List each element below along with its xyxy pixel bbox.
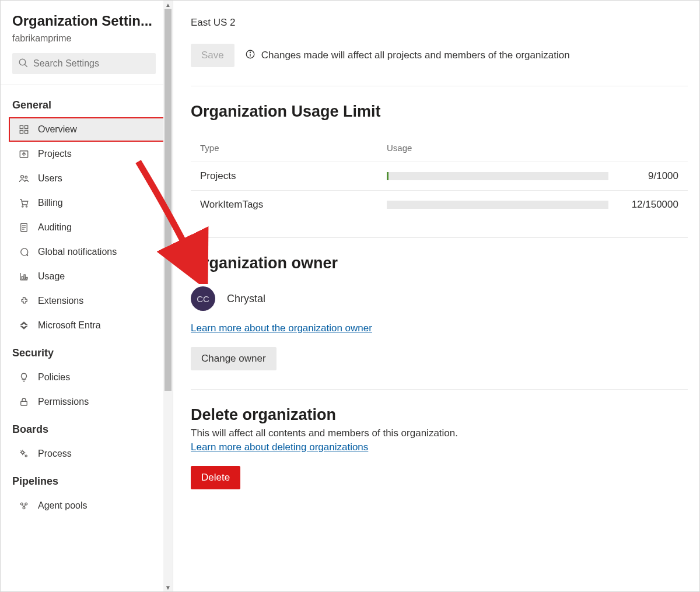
section-label-security: Security <box>12 338 161 365</box>
svg-point-22 <box>22 451 24 454</box>
sidebar-item-label: Auditing <box>38 222 72 233</box>
svg-point-10 <box>22 206 23 207</box>
svg-point-11 <box>26 206 27 207</box>
search-icon <box>18 58 29 70</box>
svg-line-27 <box>23 505 24 507</box>
search-input[interactable] <box>33 58 150 69</box>
divider <box>191 237 688 238</box>
svg-rect-21 <box>21 401 27 405</box>
section-label-boards: Boards <box>12 414 161 442</box>
svg-point-0 <box>19 59 26 65</box>
svg-rect-4 <box>20 131 23 134</box>
delete-org-description: This will affect all contents and member… <box>191 428 688 439</box>
sidebar-item-global-notifications[interactable]: Global notifications <box>9 240 173 264</box>
region-value: East US 2 <box>191 1 688 29</box>
usage-row-workitemtags: WorkItemTags 12/150000 <box>191 190 688 219</box>
svg-point-24 <box>20 503 23 505</box>
sidebar-title: Organization Settin... <box>12 12 157 30</box>
divider <box>191 389 688 390</box>
owner-avatar: CC <box>191 286 215 311</box>
sidebar-item-agent-pools[interactable]: Agent pools <box>9 493 173 518</box>
sidebar-item-label: Permissions <box>38 397 89 407</box>
delete-org-learn-more-link[interactable]: Learn more about deleting organizations <box>191 442 368 453</box>
col-type: Type <box>200 143 387 153</box>
svg-rect-5 <box>25 131 28 134</box>
entra-icon <box>18 320 30 331</box>
info-icon <box>245 49 256 62</box>
grid-icon <box>18 124 30 135</box>
sidebar-scrollbar[interactable]: ▲ ▼ <box>163 1 173 591</box>
chart-icon <box>18 271 30 282</box>
usage-bar <box>387 172 608 180</box>
search-settings-box[interactable] <box>12 53 156 74</box>
usage-limit-heading: Organization Usage Limit <box>191 103 688 121</box>
svg-line-1 <box>24 64 27 67</box>
scroll-down-icon[interactable]: ▼ <box>163 583 173 591</box>
gears-icon <box>18 448 30 460</box>
svg-rect-3 <box>25 125 28 128</box>
sidebar-item-label: Billing <box>38 198 63 208</box>
usage-type: Projects <box>200 170 387 182</box>
sidebar-item-label: Extensions <box>38 296 83 306</box>
sidebar-item-extensions[interactable]: Extensions <box>9 289 173 313</box>
usage-limit-table: Type Usage Projects 9/1000 WorkItemTags … <box>191 135 688 219</box>
usage-type: WorkItemTags <box>200 199 387 211</box>
save-note-text: Changes made will affect all projects an… <box>261 50 570 61</box>
svg-point-31 <box>250 52 250 52</box>
owner-learn-more-link[interactable]: Learn more about the organization owner <box>191 323 372 334</box>
sidebar-item-label: Users <box>38 173 62 184</box>
sidebar-item-projects[interactable]: Projects <box>9 142 173 166</box>
sidebar-item-billing[interactable]: Billing <box>9 191 173 215</box>
main-content: East US 2 Save Changes made will affect … <box>173 1 699 591</box>
usage-row-projects: Projects 9/1000 <box>191 162 688 190</box>
usage-bar <box>387 201 608 209</box>
owner-name: Chrystal <box>227 293 265 305</box>
sidebar-item-auditing[interactable]: Auditing <box>9 215 173 240</box>
sidebar-item-policies[interactable]: Policies <box>9 365 173 390</box>
sidebar-item-label: Policies <box>38 372 70 383</box>
sidebar-item-label: Microsoft Entra <box>38 320 101 331</box>
usage-value: 9/1000 <box>608 170 678 182</box>
cart-icon <box>18 197 30 209</box>
save-note: Changes made will affect all projects an… <box>245 49 570 62</box>
section-label-general: General <box>12 90 161 117</box>
lock-icon <box>18 396 30 408</box>
sidebar-item-label: Overview <box>38 124 77 135</box>
owner-row: CC Chrystal <box>191 286 688 311</box>
delete-button[interactable]: Delete <box>191 466 240 489</box>
svg-point-8 <box>21 176 24 178</box>
change-owner-button[interactable]: Change owner <box>191 347 276 370</box>
organization-name: fabrikamprime <box>12 33 161 44</box>
svg-point-23 <box>25 455 27 457</box>
sidebar-item-label: Global notifications <box>38 247 117 257</box>
usage-value: 12/150000 <box>608 199 678 211</box>
col-usage: Usage <box>387 143 608 153</box>
divider <box>191 86 688 86</box>
pools-icon <box>18 500 30 512</box>
sidebar: Organization Settin... fabrikamprime Gen… <box>1 1 173 591</box>
sidebar-item-usage[interactable]: Usage <box>9 264 173 289</box>
sidebar-item-label: Projects <box>38 149 72 159</box>
sidebar-item-label: Process <box>38 449 72 459</box>
sidebar-item-label: Usage <box>38 271 65 282</box>
sidebar-item-process[interactable]: Process <box>9 442 173 466</box>
org-owner-heading: Organization owner <box>191 254 688 272</box>
sidebar-item-label: Agent pools <box>38 500 88 511</box>
sidebar-item-microsoft-entra[interactable]: Microsoft Entra <box>9 313 173 338</box>
save-button[interactable]: Save <box>191 44 235 67</box>
svg-rect-19 <box>24 275 25 279</box>
clipboard-icon <box>18 222 30 233</box>
scroll-thumb[interactable] <box>164 9 172 391</box>
usage-table-header: Type Usage <box>191 135 688 162</box>
svg-rect-2 <box>20 125 23 128</box>
scroll-up-icon[interactable]: ▲ <box>163 1 173 9</box>
svg-rect-18 <box>22 276 23 279</box>
divider <box>1 85 173 85</box>
svg-line-28 <box>24 505 26 507</box>
sidebar-item-permissions[interactable]: Permissions <box>9 390 173 414</box>
sidebar-item-users[interactable]: Users <box>9 166 173 191</box>
svg-point-25 <box>25 503 27 505</box>
people-icon <box>18 173 30 184</box>
delete-org-heading: Delete organization <box>191 406 688 424</box>
sidebar-item-overview[interactable]: Overview <box>9 117 173 142</box>
